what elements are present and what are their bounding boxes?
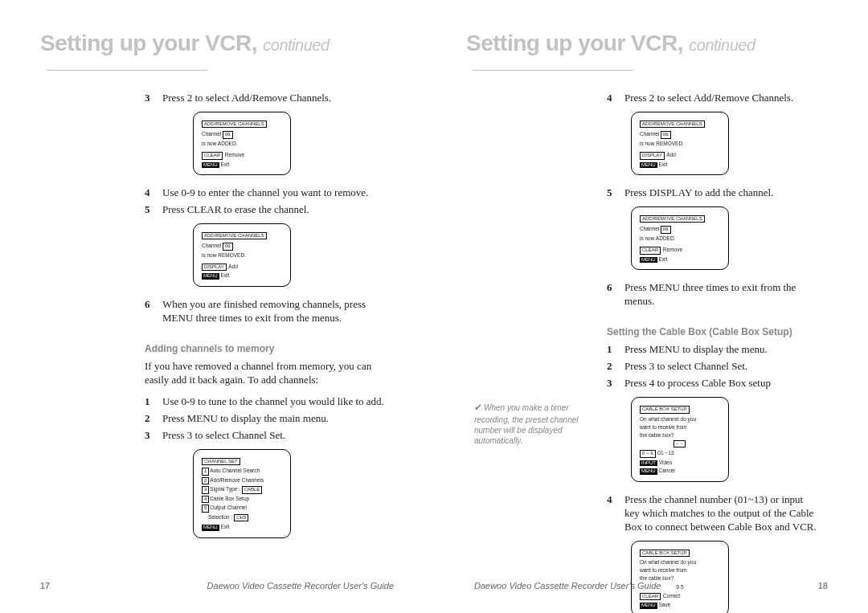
step: 1Press MENU to display the menu. (607, 343, 820, 357)
page-number: 17 (40, 581, 50, 591)
osd-box: ADD/REMOVE CHANNELS Channel 06 is now RE… (631, 112, 729, 175)
page-title: Setting up your VCR, continued (466, 31, 820, 82)
step: 2Press 3 to select Channel Set. (607, 360, 820, 374)
margin-note-text: When you make a timer recording, the pre… (474, 403, 579, 445)
step: 3Press 3 to select Channel Set. (145, 429, 394, 443)
osd-box: ADD/REMOVE CHANNELS Channel 06 is now AD… (193, 112, 291, 175)
footer: 18 Daewoo Video Cassette Recorder User's… (474, 581, 828, 591)
step: 1Use 0-9 to tune to the channel you woul… (145, 395, 394, 409)
step: 4Use 0-9 to enter the channel you want t… (145, 186, 394, 200)
margin-note: ✔When you make a timer recording, the pr… (474, 402, 579, 446)
title-rule (47, 70, 207, 71)
page-left: Setting up your VCR, continued 3 Press 2… (0, 0, 434, 613)
page-title: Setting up your VCR, continued (40, 31, 394, 82)
step: 6When you are finished removing channels… (145, 298, 394, 325)
title-rule (473, 70, 633, 71)
osd-box: ADD/REMOVE CHANNELS Channel 06 is now AD… (631, 206, 729, 270)
step: 5Press DISPLAY to add the channel. (607, 186, 820, 200)
content-column: 4Press 2 to select Add/Remove Channels. … (607, 92, 820, 613)
checkmark-icon: ✔ (474, 402, 482, 413)
section-heading: Adding channels to memory (145, 343, 394, 356)
osd-box: CABLE BOX SETUP On what channel do you w… (631, 541, 729, 613)
intro-text: If you have removed a channel from memor… (145, 360, 394, 387)
footer: 17 Daewoo Video Cassette Recorder User's… (40, 581, 394, 591)
osd-box: CABLE BOX SETUP On what channel do you w… (631, 397, 729, 482)
step: 5Press CLEAR to erase the channel. (145, 203, 394, 217)
title-continued: continued (263, 36, 329, 54)
osd-box: ADD/REMOVE CHANNELS Channel 06 is now RE… (193, 223, 291, 287)
step: 2Press MENU to display the main menu. (145, 412, 394, 426)
title-continued: continued (689, 36, 755, 54)
osd-title: ADD/REMOVE CHANNELS (202, 121, 267, 129)
footer-text: Daewoo Video Cassette Recorder User's Gu… (474, 581, 661, 591)
step: 3 Press 2 to select Add/Remove Channels. (145, 92, 394, 105)
step: 3Press 4 to process Cable Box setup (607, 377, 820, 390)
subsection: Adding channels to memory If you have re… (145, 343, 394, 538)
title-main: Setting up your VCR, (466, 31, 683, 55)
content-column: 3 Press 2 to select Add/Remove Channels.… (145, 92, 394, 538)
section-heading: Setting the Cable Box (Cable Box Setup) (607, 326, 820, 339)
title-main: Setting up your VCR, (40, 31, 257, 55)
step: 4Press the channel number (01~13) or inp… (607, 493, 820, 534)
footer-text: Daewoo Video Cassette Recorder User's Gu… (207, 581, 394, 591)
step-number: 3 (145, 92, 162, 105)
step-text: Press 2 to select Add/Remove Channels. (162, 92, 394, 105)
step: 4Press 2 to select Add/Remove Channels. (607, 92, 820, 105)
page-number: 18 (818, 581, 828, 591)
step: 6Press MENU three times to exit from the… (607, 281, 820, 309)
page-right: Setting up your VCR, continued 4Press 2 … (434, 0, 868, 613)
osd-box: CHANNEL SET 1Auto Channel Search 2Add/Re… (193, 449, 291, 538)
